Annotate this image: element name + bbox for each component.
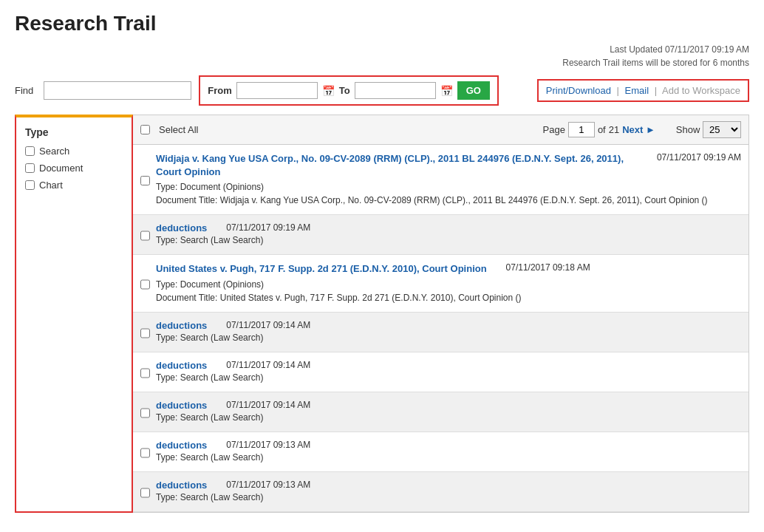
type-item-chart: Chart: [25, 180, 123, 191]
results-panel: Select All Page of 21 Next ► Show 25 10 …: [133, 115, 749, 513]
action-links: Print/Download | Email | Add to Workspac…: [537, 79, 749, 102]
type-item-document: Document: [25, 163, 123, 174]
result-date: 07/11/2017 09:19 AM: [214, 222, 310, 233]
result-search-link[interactable]: deductions: [156, 320, 207, 331]
result-checkbox[interactable]: [140, 482, 150, 504]
table-row: deductions 07/11/2017 09:13 AM Type: Sea…: [133, 432, 748, 472]
result-date: 07/11/2017 09:14 AM: [214, 320, 310, 330]
find-input[interactable]: [44, 81, 191, 100]
page-input[interactable]: [568, 122, 595, 137]
page-nav: Page of 21 Next ►: [543, 122, 655, 137]
select-all-checkbox[interactable]: [140, 125, 150, 134]
date-range-section: From 📅 To 📅 GO: [199, 75, 499, 106]
search-checkbox[interactable]: [25, 146, 35, 156]
chart-checkbox[interactable]: [25, 180, 35, 190]
table-row: deductions 07/11/2017 09:13 AM Type: Sea…: [133, 472, 748, 512]
result-search-link[interactable]: deductions: [156, 480, 207, 491]
result-title-link[interactable]: Widjaja v. Kang Yue USA Corp., No. 09-CV…: [156, 152, 638, 179]
result-checkbox[interactable]: [140, 265, 150, 304]
table-row: deductions 07/11/2017 09:14 AM Type: Sea…: [133, 352, 748, 392]
table-row: deductions 07/11/2017 09:19 AM Type: Sea…: [133, 215, 748, 255]
table-row: deductions 07/11/2017 09:14 AM Type: Sea…: [133, 392, 748, 432]
search-label: Search: [39, 146, 69, 157]
result-checkbox[interactable]: [140, 154, 150, 207]
result-date: 07/11/2017 09:13 AM: [214, 440, 310, 450]
type-heading: Type: [25, 126, 123, 138]
result-checkbox[interactable]: [140, 225, 150, 247]
result-meta: Type: Search (Law Search): [156, 371, 741, 384]
result-meta: Type: Document (Opinions) Document Title…: [156, 278, 741, 304]
from-calendar-icon[interactable]: 📅: [322, 85, 335, 97]
document-checkbox[interactable]: [25, 163, 35, 173]
next-link[interactable]: Next ►: [622, 124, 655, 135]
select-all-label: Select All: [159, 124, 198, 135]
result-meta: Type: Document (Opinions) Document Title…: [156, 180, 741, 207]
email-link[interactable]: Email: [625, 85, 649, 96]
type-filter-panel: Type Search Document Chart: [15, 115, 133, 513]
result-date: 07/11/2017 09:13 AM: [214, 480, 310, 490]
from-date-input[interactable]: [236, 82, 318, 99]
update-info: Last Updated 07/11/2017 09:19 AM Researc…: [15, 43, 749, 69]
result-date: 07/11/2017 09:14 AM: [214, 400, 310, 410]
result-body: deductions 07/11/2017 09:13 AM Type: Sea…: [156, 440, 741, 464]
page-title: Research Trail: [15, 12, 749, 35]
result-date: 07/11/2017 09:18 AM: [494, 262, 590, 273]
type-item-search: Search: [25, 146, 123, 157]
to-calendar-icon[interactable]: 📅: [440, 85, 453, 97]
table-row: Widjaja v. Kang Yue USA Corp., No. 09-CV…: [133, 145, 748, 215]
page-total: 21: [609, 124, 619, 135]
table-row: United States v. Pugh, 717 F. Supp. 2d 2…: [133, 255, 748, 312]
result-meta: Type: Search (Law Search): [156, 411, 741, 424]
result-body: deductions 07/11/2017 09:13 AM Type: Sea…: [156, 480, 741, 504]
result-body: Widjaja v. Kang Yue USA Corp., No. 09-CV…: [156, 152, 741, 207]
show-label: Show: [676, 124, 700, 135]
result-meta: Type: Search (Law Search): [156, 491, 741, 504]
to-label: To: [339, 85, 350, 96]
print-download-link[interactable]: Print/Download: [546, 85, 611, 96]
result-date: 07/11/2017 09:14 AM: [214, 360, 310, 370]
document-label: Document: [39, 163, 83, 174]
result-checkbox[interactable]: [140, 362, 150, 384]
result-body: deductions 07/11/2017 09:19 AM Type: Sea…: [156, 222, 741, 247]
result-body: United States v. Pugh, 717 F. Supp. 2d 2…: [156, 262, 741, 304]
to-date-input[interactable]: [355, 82, 436, 99]
result-search-link[interactable]: deductions: [156, 360, 207, 371]
table-row: deductions 07/11/2017 09:14 AM Type: Sea…: [133, 313, 748, 352]
result-meta: Type: Search (Law Search): [156, 331, 741, 344]
result-search-link[interactable]: deductions: [156, 222, 207, 233]
result-body: deductions 07/11/2017 09:14 AM Type: Sea…: [156, 400, 741, 424]
result-checkbox[interactable]: [140, 322, 150, 344]
result-body: deductions 07/11/2017 09:14 AM Type: Sea…: [156, 320, 741, 344]
chart-label: Chart: [39, 180, 63, 191]
result-body: deductions 07/11/2017 09:14 AM Type: Sea…: [156, 360, 741, 384]
result-checkbox[interactable]: [140, 402, 150, 424]
result-meta: Type: Search (Law Search): [156, 233, 741, 247]
result-date: 07/11/2017 09:19 AM: [645, 152, 741, 163]
find-label: Find: [15, 85, 33, 96]
from-label: From: [208, 85, 232, 96]
add-to-workspace-link: Add to Workspace: [662, 85, 740, 96]
result-meta: Type: Search (Law Search): [156, 451, 741, 464]
show-select[interactable]: 25 10 50 100: [703, 121, 741, 138]
go-button[interactable]: GO: [457, 81, 490, 100]
result-search-link[interactable]: deductions: [156, 440, 207, 451]
result-search-link[interactable]: deductions: [156, 400, 207, 411]
results-header: Select All Page of 21 Next ► Show 25 10 …: [133, 115, 748, 145]
result-title-link[interactable]: United States v. Pugh, 717 F. Supp. 2d 2…: [156, 262, 487, 276]
result-checkbox[interactable]: [140, 442, 150, 464]
